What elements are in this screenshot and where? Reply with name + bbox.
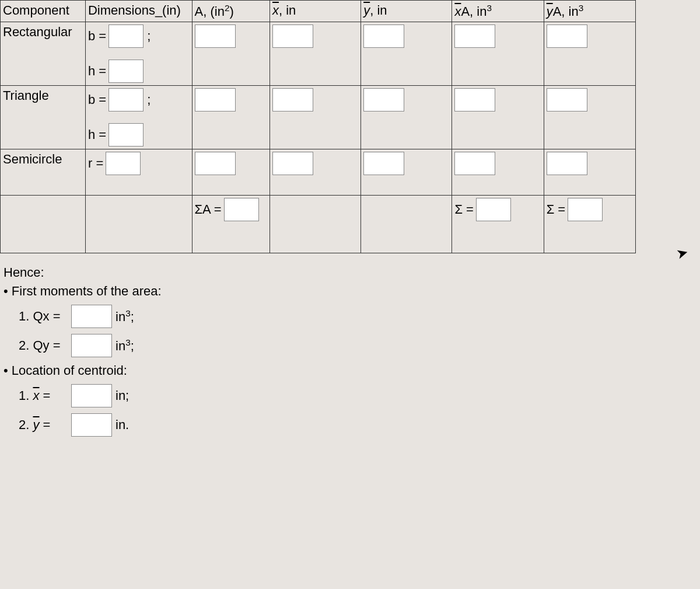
tri-ybar-cell <box>361 86 452 149</box>
rect-b-input[interactable] <box>108 25 144 48</box>
xbar-out-unit: in; <box>116 388 129 403</box>
rect-xA-cell <box>452 22 544 86</box>
sigmaA-input[interactable] <box>224 198 259 221</box>
sum-area-cell: ΣA = <box>192 196 270 253</box>
sum-ybar-blank <box>361 196 452 253</box>
tri-h-label: h = <box>88 127 106 142</box>
sigma-xA-input[interactable] <box>476 198 511 221</box>
semi-area-cell <box>192 149 270 196</box>
tri-h-input[interactable] <box>108 123 144 147</box>
header-ybar: y, in <box>361 1 452 22</box>
centroid-table: Component Dimensions_(in) A, (in2) x, in… <box>0 0 636 253</box>
rect-dimensions: b = ; h = <box>85 22 192 86</box>
rect-area-cell <box>192 22 270 86</box>
header-xbar: x, in <box>270 1 360 22</box>
tri-ybar-input[interactable] <box>363 88 404 111</box>
tri-xA-input[interactable] <box>454 88 495 111</box>
sum-blank1 <box>1 196 86 253</box>
qy-unit: in3; <box>116 337 134 354</box>
header-component: Component <box>1 1 86 22</box>
ybar-out-unit: in. <box>116 417 129 433</box>
ybar-out-input[interactable] <box>71 413 112 437</box>
sum-blank2 <box>85 196 192 253</box>
qx-input[interactable] <box>71 305 112 328</box>
qx-row: 1. Qx = in3; <box>19 305 696 328</box>
tri-name: Triangle <box>1 86 86 149</box>
hence-label: Hence: <box>4 265 696 280</box>
header-area: A, (in2) <box>192 1 270 22</box>
header-row: Component Dimensions_(in) A, (in2) x, in… <box>1 1 636 22</box>
tri-yA-cell <box>544 86 635 149</box>
qy-input[interactable] <box>71 334 112 357</box>
sigmaA-label: ΣA = <box>195 202 222 217</box>
semi-dimensions: r = <box>85 149 192 196</box>
rect-yA-input[interactable] <box>547 25 587 48</box>
xbar-out-label: 1. x = <box>19 388 71 403</box>
tri-xbar-cell <box>270 86 360 149</box>
qx-label: 1. Qx = <box>19 309 71 324</box>
row-rectangular: Rectangular b = ; h = <box>1 22 636 86</box>
header-xA: xA, in3 <box>452 1 544 22</box>
semi-xbar-cell <box>270 149 360 196</box>
rect-ybar-cell <box>361 22 452 86</box>
sum-xbar-blank <box>270 196 360 253</box>
semi-yA-input[interactable] <box>547 152 587 175</box>
tri-xA-cell <box>452 86 544 149</box>
sigma-xA-label: Σ = <box>454 202 474 217</box>
rect-ybar-input[interactable] <box>363 25 404 48</box>
qx-unit: in3; <box>116 308 134 325</box>
tri-area-input[interactable] <box>195 88 236 111</box>
tri-xbar-input[interactable] <box>272 88 313 111</box>
sum-yA-cell: Σ = <box>544 196 635 253</box>
sigma-yA-input[interactable] <box>568 198 603 221</box>
rect-name: Rectangular <box>1 22 86 86</box>
row-triangle: Triangle b = ; h = <box>1 86 636 149</box>
semicolon: ; <box>147 92 150 107</box>
tri-yA-input[interactable] <box>547 88 587 111</box>
tri-b-input[interactable] <box>108 88 144 111</box>
tri-area-cell <box>192 86 270 149</box>
header-yA: yA, in3 <box>544 1 635 22</box>
rect-area-input[interactable] <box>195 25 236 48</box>
location-label: • Location of centroid: <box>4 363 696 378</box>
row-sum: ΣA = Σ = Σ = <box>1 196 636 253</box>
below-section: Hence: • First moments of the area: 1. Q… <box>0 253 700 446</box>
ybar-out-label: 2. y = <box>19 417 71 433</box>
semi-xbar-input[interactable] <box>272 152 313 175</box>
tri-b-label: b = <box>88 92 106 107</box>
semi-area-input[interactable] <box>195 152 236 175</box>
row-semicircle: Semicircle r = <box>1 149 636 196</box>
rect-h-label: h = <box>88 64 106 79</box>
sum-xA-cell: Σ = <box>452 196 544 253</box>
rect-xA-input[interactable] <box>454 25 495 48</box>
rect-yA-cell <box>544 22 635 86</box>
rect-xbar-cell <box>270 22 360 86</box>
header-dimensions: Dimensions_(in) <box>85 1 192 22</box>
xbar-row: 1. x = in; <box>19 384 696 407</box>
semi-ybar-cell <box>361 149 452 196</box>
tri-dimensions: b = ; h = <box>85 86 192 149</box>
rect-h-input[interactable] <box>108 60 144 83</box>
semi-name: Semicircle <box>1 149 86 196</box>
semi-xA-cell <box>452 149 544 196</box>
semi-ybar-input[interactable] <box>363 152 404 175</box>
sigma-yA-label: Σ = <box>547 202 566 217</box>
first-moments-label: • First moments of the area: <box>4 284 696 299</box>
semi-r-label: r = <box>88 156 103 171</box>
semi-yA-cell <box>544 149 635 196</box>
ybar-row: 2. y = in. <box>19 413 696 437</box>
semi-xA-input[interactable] <box>454 152 495 175</box>
xbar-out-input[interactable] <box>71 384 112 407</box>
qy-row: 2. Qy = in3; <box>19 334 696 357</box>
rect-b-label: b = <box>88 29 106 44</box>
semicolon: ; <box>147 29 150 44</box>
qy-label: 2. Qy = <box>19 338 71 353</box>
rect-xbar-input[interactable] <box>272 25 313 48</box>
semi-r-input[interactable] <box>106 152 141 175</box>
